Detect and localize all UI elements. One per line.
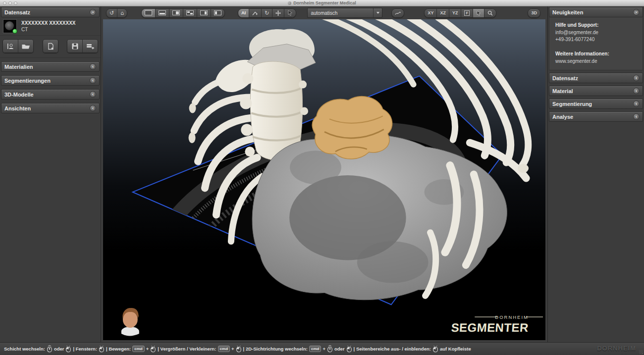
import-patient-button[interactable] [3, 40, 18, 52]
layout-right-column-button[interactable] [197, 9, 211, 17]
panel-header-segmentierung[interactable]: Segmentierung ‹ [549, 99, 643, 109]
magnifier-button[interactable] [484, 9, 496, 17]
mouse-left-icon [150, 345, 156, 353]
undo-button[interactable]: ↺ [107, 9, 117, 17]
orientation-xz-button[interactable]: XZ [437, 9, 449, 17]
view-3d-button[interactable]: 3D [528, 9, 540, 17]
home-view-button[interactable]: ⌂ [117, 9, 127, 17]
report-document-icon [47, 43, 54, 50]
orientation-xy-button[interactable]: XY [425, 9, 437, 17]
measure-icon [252, 10, 258, 16]
chevron-left-icon[interactable]: ‹ [633, 75, 640, 81]
chevron-down-icon[interactable]: ‹ [90, 9, 96, 15]
orientation-head-marker[interactable] [121, 308, 139, 336]
close-button[interactable] [3, 1, 6, 5]
chevron-down-icon[interactable] [373, 8, 382, 17]
patient-name: XXXXXXXX XXXXXXXX [21, 20, 76, 26]
resize-grip[interactable] [639, 350, 643, 354]
support-heading: Hilfe und Support: [555, 22, 598, 28]
layout-single-icon [145, 10, 152, 15]
save-button[interactable] [67, 40, 83, 52]
chevron-left-icon[interactable]: ‹ [633, 88, 640, 94]
hint-plus: + [231, 346, 234, 352]
cmd-key-icon: cmd [218, 346, 230, 352]
mouse-wheel-icon [327, 345, 333, 353]
grab-cursor-icon [287, 10, 293, 16]
hint-oder: oder [54, 346, 64, 352]
panel-header-datensatz[interactable]: Datensatz ‹ [1, 7, 100, 17]
statusbar: Schicht wechseln: oder | Fenstern: | Bew… [0, 342, 644, 355]
yz-label: YZ [452, 10, 458, 15]
main-toolbar: ↺ ⌂ AI ↻ [101, 6, 547, 19]
chevron-left-icon[interactable]: ‹ [633, 113, 640, 120]
patient-row[interactable]: XXXXXXXX XXXXXXXX CT [0, 17, 101, 36]
segmenter-logo: DORNHEIM SEGMENTER [451, 314, 543, 334]
panel-header-material[interactable]: Material ‹ [549, 86, 643, 96]
chevron-left-icon[interactable]: ‹ [90, 91, 96, 98]
layout-quad-button[interactable] [183, 9, 197, 17]
chevron-left-icon[interactable]: ‹ [90, 105, 96, 111]
home-icon: ⌂ [120, 10, 124, 16]
dataset-thumbnail [3, 19, 17, 33]
dropdown-value: automatisch [308, 10, 373, 16]
layout-single-button[interactable] [142, 9, 156, 17]
export-button[interactable] [83, 40, 98, 52]
orientation-yz-button[interactable]: YZ [449, 9, 462, 17]
status-dot [12, 29, 17, 34]
window-title: Dornheim Segmenter Medical [0, 0, 644, 5]
hint-seitenbereiche: | Seitenbereiche aus- / einblenden: [354, 346, 431, 352]
windowing-preset-dropdown[interactable]: automatisch [307, 8, 382, 18]
panel-header-materialien[interactable]: Materialien ‹ [1, 61, 100, 72]
layout-right-column-icon [200, 10, 208, 15]
panel-title: 3D-Modelle [4, 92, 34, 98]
layout-bottom-split-button[interactable] [156, 9, 169, 17]
ai-tool-button[interactable]: AI [238, 9, 249, 17]
chevron-left-icon[interactable]: ‹ [90, 63, 96, 70]
panel-header-segmentierungen[interactable]: Segmentierungen ‹ [1, 75, 100, 86]
pointer-cursor-icon [476, 10, 481, 16]
hint-oder: oder [334, 346, 345, 352]
info-url[interactable]: www.segmenter.de [555, 58, 597, 64]
shortcut-hints: Schicht wechseln: oder | Fenstern: | Bew… [0, 345, 527, 353]
panel-header-analyse[interactable]: Analyse ‹ [549, 111, 643, 122]
layout-left-column-button[interactable] [211, 9, 224, 17]
panel-header-3d-modelle[interactable]: 3D-Modelle ‹ [1, 89, 100, 100]
mouse-wheel-icon [47, 345, 53, 353]
layout-left-column-icon [214, 10, 221, 15]
measure-tool-button[interactable] [249, 9, 262, 17]
news-panel-body: Hilfe und Support: info@segmenter.de +49… [549, 17, 643, 70]
center-area: ↺ ⌂ AI ↻ [101, 6, 547, 342]
panel-header-neuigkeiten[interactable]: Neuigkeiten ‹ [549, 7, 643, 17]
panel-header-datensatz-right[interactable]: Datensatz ‹ [549, 73, 643, 83]
chevron-left-icon[interactable]: ‹ [633, 101, 640, 107]
3d-viewport[interactable]: DORNHEIM SEGMENTER [103, 19, 545, 340]
hint-sichtrichtung: | 2D-Sichtrichtung wechseln: [243, 346, 308, 352]
dataset-toolbar [0, 36, 101, 58]
save-report-button[interactable] [43, 40, 58, 52]
support-email[interactable]: info@segmenter.de [555, 30, 598, 35]
pointer-3d-button[interactable] [473, 9, 484, 17]
app-icon [288, 1, 291, 5]
orientation-free-button[interactable]: F [461, 9, 473, 17]
cmd-key-icon: cmd [132, 346, 144, 352]
rotate-tool-button[interactable]: ↻ [262, 9, 272, 17]
minimize-button[interactable] [8, 1, 12, 5]
grab-tool-button[interactable] [284, 9, 296, 17]
undo-icon: ↺ [109, 10, 114, 16]
zoom-button[interactable] [14, 1, 17, 5]
windowing-curve-icon [395, 11, 401, 15]
panel-title: Segmentierung [552, 101, 592, 107]
chevron-down-icon[interactable]: ‹ [633, 9, 640, 15]
hint-schicht: Schicht wechseln: [4, 346, 45, 352]
panel-title: Datensatz [4, 9, 30, 15]
move-tool-button[interactable] [272, 9, 284, 17]
hint-plus: + [146, 346, 149, 352]
panel-header-ansichten[interactable]: Ansichten ‹ [1, 103, 100, 113]
layout-right-split-icon [172, 10, 180, 15]
import-patient-icon [6, 43, 15, 50]
titlebar: Dornheim Segmenter Medical [0, 0, 644, 6]
layout-right-split-button[interactable] [169, 9, 183, 17]
chevron-left-icon[interactable]: ‹ [90, 77, 96, 84]
edit-preset-button[interactable] [392, 9, 404, 17]
open-dataset-button[interactable] [18, 40, 33, 52]
